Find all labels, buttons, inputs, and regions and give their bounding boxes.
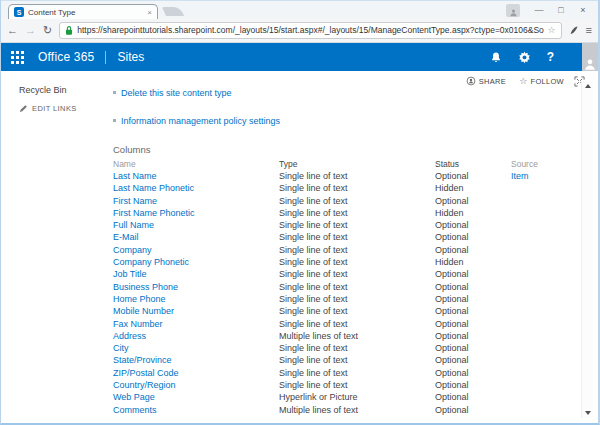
page-scrollbar[interactable]: [581, 81, 593, 418]
office-365-brand[interactable]: Office 365: [38, 50, 94, 64]
column-status: Optional: [435, 305, 511, 317]
columns-table-header: Name Type Status Source: [113, 159, 571, 170]
pencil-icon: [19, 104, 28, 113]
follow-button[interactable]: ☆ FOLLOW: [519, 76, 564, 86]
column-name-link[interactable]: Company Phonetic: [113, 257, 189, 267]
scroll-down-icon[interactable]: [585, 411, 591, 415]
edit-links-button[interactable]: EDIT LINKS: [19, 104, 113, 113]
column-type: Single line of text: [279, 342, 435, 354]
browser-toolbar: ← → ↻ https://sharepointtutorials.sharep…: [1, 18, 598, 43]
table-row: Country/Region Single line of text Optio…: [113, 379, 571, 391]
column-name-link[interactable]: Mobile Number: [113, 306, 174, 316]
left-navigation: Recycle Bin EDIT LINKS: [1, 71, 113, 113]
column-name-link[interactable]: Business Phone: [113, 282, 178, 292]
column-name-link[interactable]: Last Name Phonetic: [113, 183, 194, 193]
table-row: Comments Multiple lines of text Optional: [113, 404, 571, 416]
table-row: Fax Number Single line of text Optional: [113, 318, 571, 330]
column-name-link[interactable]: Home Phone: [113, 294, 166, 304]
table-row: Web Page Hyperlink or Picture Optional: [113, 391, 571, 403]
table-row: State/Province Single line of text Optio…: [113, 354, 571, 366]
delete-content-type-link[interactable]: Delete this site content type: [121, 88, 232, 98]
column-type: Single line of text: [279, 219, 435, 231]
user-avatar[interactable]: [582, 43, 598, 71]
column-name-link[interactable]: Company: [113, 245, 152, 255]
information-policy-link[interactable]: Information management policy settings: [121, 116, 280, 126]
content-type-settings: Delete this site content type Informatio…: [113, 71, 571, 425]
tab-close-icon[interactable]: ×: [147, 8, 152, 17]
column-status: Optional: [435, 244, 511, 256]
column-type: Single line of text: [279, 318, 435, 330]
column-name-link[interactable]: Fax Number: [113, 319, 163, 329]
column-name-link[interactable]: Last Name: [113, 171, 157, 181]
columns-section-heading: Columns: [113, 144, 571, 155]
bullet-icon: [113, 91, 116, 94]
minimize-button[interactable]: —: [528, 1, 550, 19]
column-status: Optional: [435, 281, 511, 293]
browser-menu-icon[interactable]: ≡: [586, 25, 592, 36]
column-name-link[interactable]: E-Mail: [113, 232, 139, 242]
browser-tab[interactable]: S Content Type ×: [8, 4, 158, 19]
table-row: Business Phone Single line of text Optio…: [113, 281, 571, 293]
column-name-link[interactable]: Comments: [113, 405, 157, 415]
column-name-link[interactable]: Country/Region: [113, 380, 176, 390]
app-launcher-icon[interactable]: [11, 51, 24, 64]
column-status: Hidden: [435, 182, 511, 194]
column-type: Single line of text: [279, 268, 435, 280]
close-button[interactable]: ×: [572, 1, 594, 19]
bookmark-star-icon[interactable]: ☆: [548, 25, 556, 35]
column-status: Optional: [435, 231, 511, 243]
table-row: City Single line of text Optional: [113, 342, 571, 354]
browser-window: S Content Type × — □ × ← → ↻ https://sha…: [0, 0, 600, 425]
table-row: Company Phonetic Single line of text Hid…: [113, 256, 571, 268]
header-source: Source: [511, 159, 571, 170]
column-name-link[interactable]: Web Page: [113, 392, 155, 402]
browser-profile-icon[interactable]: [506, 4, 520, 17]
window-controls: — □ ×: [506, 1, 594, 19]
column-name-link[interactable]: First Name: [113, 196, 157, 206]
table-row: Last Name Phonetic Single line of text H…: [113, 182, 571, 194]
column-source-link[interactable]: Item: [511, 171, 529, 181]
help-button[interactable]: ?: [547, 50, 554, 64]
column-name-link[interactable]: State/Province: [113, 355, 172, 365]
tab-title: Content Type: [28, 8, 143, 17]
column-type: Single line of text: [279, 354, 435, 366]
extension-icon[interactable]: [569, 25, 579, 35]
column-name-link[interactable]: Job Title: [113, 269, 147, 279]
table-row: Address Multiple lines of text Optional: [113, 330, 571, 342]
column-status: Hidden: [435, 207, 511, 219]
columns-table: Name Type Status Source Last Name Single…: [113, 159, 571, 416]
column-name-link[interactable]: Full Name: [113, 220, 154, 230]
column-status: Optional: [435, 170, 511, 182]
column-name-link[interactable]: Address: [113, 331, 146, 341]
table-row: Company Single line of text Optional: [113, 244, 571, 256]
scroll-up-icon[interactable]: [585, 84, 591, 88]
suite-bar: Office 365 Sites ?: [1, 43, 598, 71]
column-type: Single line of text: [279, 256, 435, 268]
settings-gear-icon[interactable]: [518, 51, 531, 64]
sites-nav-link[interactable]: Sites: [117, 50, 144, 64]
back-icon[interactable]: ←: [7, 25, 18, 36]
share-button[interactable]: SHARE: [466, 76, 506, 86]
maximize-button[interactable]: □: [550, 1, 572, 19]
column-name-link[interactable]: City: [113, 343, 129, 353]
column-name-link[interactable]: First Name Phonetic: [113, 208, 195, 218]
column-type: Single line of text: [279, 207, 435, 219]
address-bar[interactable]: https://sharepointtutorials.sharepoint.c…: [59, 22, 561, 39]
refresh-icon[interactable]: ↻: [43, 25, 52, 36]
column-status: Hidden: [435, 256, 511, 268]
column-status: Optional: [435, 318, 511, 330]
column-type: Multiple lines of text: [279, 330, 435, 342]
forward-icon[interactable]: →: [25, 25, 36, 36]
column-type: Single line of text: [279, 379, 435, 391]
table-row: E-Mail Single line of text Optional: [113, 231, 571, 243]
column-name-link[interactable]: ZIP/Postal Code: [113, 368, 179, 378]
header-status: Status: [435, 159, 511, 170]
column-status: Optional: [435, 293, 511, 305]
new-tab-button[interactable]: [162, 7, 184, 16]
table-row: Last Name Single line of text Optional I…: [113, 170, 571, 182]
sidebar-item-recycle-bin[interactable]: Recycle Bin: [19, 85, 113, 95]
column-type: Single line of text: [279, 281, 435, 293]
column-status: Optional: [435, 404, 511, 416]
share-label: SHARE: [479, 77, 506, 86]
notifications-bell-icon[interactable]: [490, 51, 502, 64]
